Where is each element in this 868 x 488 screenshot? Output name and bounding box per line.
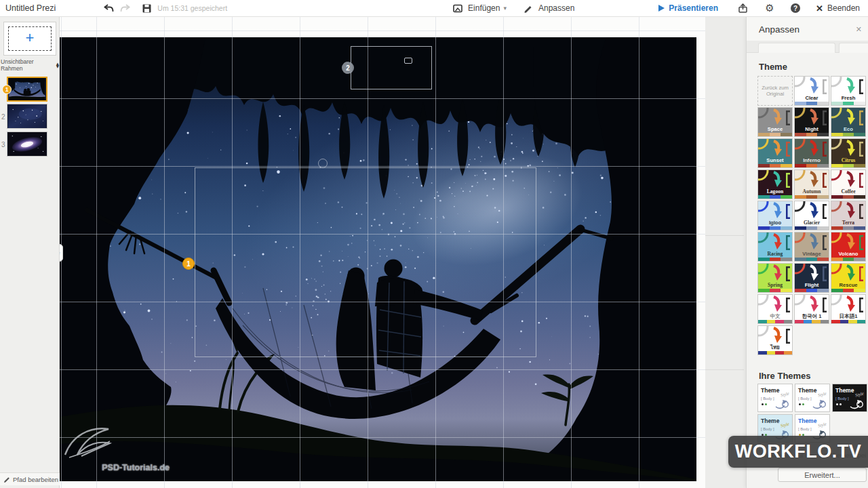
theme-Volcano[interactable]: Volcano [831,232,866,262]
path-step-2-badge[interactable]: 2 [342,62,354,74]
watermark-text: WORKFLO.TV [735,441,861,462]
slide-thumbnail-3[interactable]: 3 [7,131,47,157]
theme-name: Space [758,127,792,132]
custom-theme-1[interactable]: Theme Style [ Body ] [757,384,793,412]
theme-Fresh[interactable]: Fresh [831,76,866,106]
gear-icon[interactable]: ⚙ [763,1,776,15]
slide-thumbnail-2[interactable]: 2 [7,104,47,129]
presentation-canvas[interactable]: 1 2 ‹ PSD-Tutorials.de [60,17,705,488]
close-icon: ✕ [816,3,823,14]
theme-Igloo[interactable]: Igloo [757,201,793,230]
present-label: Präsentieren [669,3,718,13]
theme-name: Inferno [795,158,829,163]
theme-中文[interactable]: 中文 [757,294,793,324]
theme-name: Fresh [831,96,865,101]
customize-menu[interactable]: Anpassen [521,1,574,15]
slide-number: 3 [1,141,5,148]
theme-ไทย[interactable]: ไทย [757,325,793,355]
image-placeholder-icon [404,58,412,64]
insert-icon [451,1,465,15]
theme-Lagoon[interactable]: Lagoon [757,169,793,199]
path-step-1-badge[interactable]: 1 [182,258,195,270]
theme-name: 한국어 1 [795,314,829,319]
theme-Coffee[interactable]: Coffee [831,169,866,199]
panel-title: Anpassen [759,24,800,35]
slide-number-badge: 1 [2,85,12,94]
frame-type-selector[interactable]: Unsichtbarer Rahmen ▲▼ [1,58,59,72]
theme-name: ไทย [758,345,792,350]
slide-number: 2 [1,113,5,121]
theme-Flight[interactable]: Flight [794,263,829,293]
edit-path-label: Pfad bearbeiten [13,476,58,483]
undo-icon[interactable] [102,1,115,15]
invisible-frame-large[interactable] [195,167,536,357]
theme-name: Igloo [758,220,792,226]
panel-header: Anpassen ✕ [747,17,868,41]
theme-Spring[interactable]: Spring [757,263,793,293]
theme-name: 中文 [758,314,792,319]
theme-Vintage[interactable]: Vintage [794,232,829,262]
exit-button[interactable]: ✕ Beenden [816,3,860,14]
workspace-gap [705,17,746,488]
theme-name: Vintage [795,251,829,257]
theme-name: Racing [758,251,792,257]
theme-Racing[interactable]: Racing [757,232,793,262]
top-toolbar: Untitled Prezi Um 15:31 gespeichert Einf… [0,0,868,17]
theme-Sunset[interactable]: Sunset [757,138,793,168]
theme-name: Sunset [758,158,792,163]
path-point-marker[interactable] [318,159,328,168]
customize-label: Anpassen [538,3,574,13]
custom-theme-2[interactable]: Theme Style [ Body ] [795,384,830,412]
panel-tabstrip [747,41,868,53]
theme-Autumn[interactable]: Autumn [794,169,829,199]
custom-theme-grid: Theme Style [ Body ] Theme Style [ Body … [757,384,867,443]
chevron-down-icon: ▾ [503,5,507,12]
pencil-icon [3,476,10,483]
edit-path-button[interactable]: Pfad bearbeiten [0,472,60,485]
save-icon[interactable] [140,1,153,15]
custom-theme-3[interactable]: Theme Style [ Body ] [832,384,867,412]
theme-grid: Zurück zum Original Clear Fresh [757,76,867,355]
theme-Rescue[interactable]: Rescue [831,263,866,293]
present-button[interactable]: Präsentieren [658,3,718,13]
theme-Eco[interactable]: Eco [831,107,866,137]
exit-label: Beenden [827,3,860,13]
theme-name: Rescue [831,283,865,288]
insert-menu[interactable]: Einfügen ▾ [451,1,507,15]
insert-label: Einfügen [468,3,500,13]
reset-theme-button[interactable]: Zurück zum Original [757,76,793,106]
up-down-arrows-icon: ▲▼ [56,62,59,68]
theme-Night[interactable]: Night [794,107,829,137]
customize-panel: Anpassen ✕ Theme Zurück zum Original Cle… [746,17,868,488]
workflo-tv-watermark: WORKFLO.TV [728,436,868,468]
theme-Space[interactable]: Space [757,107,793,137]
theme-name: Glacier [795,220,829,226]
theme-name: Clear [795,96,829,101]
psd-tutorials-logo [57,421,118,459]
plus-icon: + [26,30,35,45]
invisible-frame-small[interactable] [351,46,432,89]
theme-Glacier[interactable]: Glacier [794,201,829,230]
theme-Inferno[interactable]: Inferno [794,138,829,168]
document-title[interactable]: Untitled Prezi [5,3,56,13]
theme-한국어 1[interactable]: 한국어 1 [794,294,829,324]
slide-thumbnail-1[interactable]: 1 [7,77,47,102]
theme-name: Coffee [831,189,865,195]
theme-Citrus[interactable]: Citrus [831,138,866,168]
theme-name: Flight [795,283,829,288]
theme-日本語1[interactable]: 日本語1 [831,294,866,324]
dashed-frame: + [8,26,52,51]
theme-Terra[interactable]: Terra [831,201,866,230]
theme-name: 日本語1 [831,314,865,319]
question-mark: ? [791,3,800,13]
help-icon[interactable]: ? [789,1,802,15]
panel-tab-1[interactable] [758,43,835,53]
panel-close-icon[interactable]: ✕ [856,25,862,34]
theme-Clear[interactable]: Clear [794,76,829,106]
advanced-button[interactable]: Erweitert... [778,468,867,482]
panel-tab-2[interactable] [839,43,868,53]
redo-icon[interactable] [118,1,132,15]
share-icon[interactable] [736,1,749,15]
pencil-icon [521,1,535,15]
add-frame-button[interactable]: + [3,22,56,56]
